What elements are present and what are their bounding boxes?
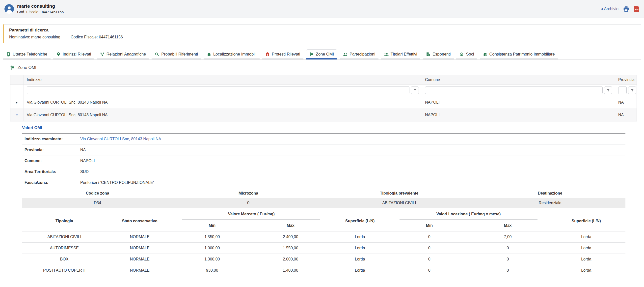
tab-indirizzi-rilevati[interactable]: Indirizzi Rilevati xyxy=(53,50,94,60)
back-arrow-icon: ◂ xyxy=(601,7,603,11)
export-pdf-button[interactable]: PDF xyxy=(634,6,640,12)
house-check-icon xyxy=(483,52,488,57)
valori-omi-detail: Valori OMI Indirizzo esaminato: Via Giov… xyxy=(22,125,626,276)
company-name: marte consulting xyxy=(17,4,64,9)
zone-summary-data-row: D34 0 ABITAZIONI CIVILI Residenziale xyxy=(22,198,626,208)
field-fascia-zona: Fascia/zona: Periferica / 'CENTRO POLIFU… xyxy=(22,177,626,188)
top-bar: marte consulting Cod. Fiscale: 044714611… xyxy=(0,0,644,18)
building-user-icon xyxy=(426,52,430,57)
company-avatar-icon xyxy=(4,4,14,14)
field-comune: Comune: NAPOLI xyxy=(22,155,626,166)
network-icon xyxy=(100,52,104,57)
grid-row-2: ▾ Via Giovanni CURTOLI Snc, 80143 Napoli… xyxy=(10,109,636,121)
flag-icon xyxy=(10,65,15,70)
tab-protesti-rilevati[interactable]: Protesti Rilevati xyxy=(262,50,304,60)
values-row-box: BOX NORMALE 1.300,00 2.000,00 Lorda 0 0 … xyxy=(22,254,626,265)
cell-comune: NAPOLI xyxy=(422,109,615,121)
filter-menu-button-indirizzo[interactable] xyxy=(411,86,419,94)
filter-input-provincia[interactable] xyxy=(618,86,627,94)
search-parameters-box: Parametri di ricerca Nominativo: marte c… xyxy=(3,24,641,43)
search-icon xyxy=(155,52,159,57)
cell-provincia: NA xyxy=(615,96,636,109)
valori-omi-title: Valori OMI xyxy=(22,125,626,130)
zone-summary-table: Codice zona Microzona Tipologia prevalen… xyxy=(22,188,626,208)
values-header-row: Tipologia Stato conservativo Valore Merc… xyxy=(22,209,626,221)
grid-filter-row xyxy=(10,85,636,96)
group-header-valori-locazione: Valori Locazione ( Eur/mq x mese) xyxy=(400,212,538,220)
values-row-posti-auto-coperti: POSTI AUTO COPERTI NORMALE 930,00 1.400,… xyxy=(22,265,626,276)
expand-row-button[interactable]: ▸ xyxy=(16,101,18,104)
column-header-provincia[interactable]: Provincia xyxy=(615,75,636,84)
filter-input-comune[interactable] xyxy=(425,86,603,94)
tab-zone-omi[interactable]: Zone OMI xyxy=(306,49,337,60)
column-header-indirizzo[interactable]: Indirizzo xyxy=(24,75,422,84)
cell-provincia: NA xyxy=(615,109,636,121)
collapse-row-button[interactable]: ▾ xyxy=(16,113,18,117)
house-icon xyxy=(207,52,211,57)
filter-menu-button-provincia[interactable] xyxy=(628,86,636,94)
tab-utenze-telefoniche[interactable]: Utenze Telefoniche xyxy=(3,50,50,60)
tab-bar: Utenze Telefoniche Indirizzi Rilevati Re… xyxy=(3,49,641,60)
tab-consistenza-patrimonio[interactable]: Consistenza Patrimonio Immobiliare xyxy=(480,50,558,60)
valori-omi-fields: Indirizzo esaminato: Via Giovanni CURTOL… xyxy=(22,133,626,188)
filter-menu-button-comune[interactable] xyxy=(604,86,612,94)
indirizzo-esaminato-link[interactable]: Via Giovanni CURTOLI Snc, 80143 Napoli N… xyxy=(80,137,161,141)
users-icon xyxy=(343,52,348,57)
section-title: Zone OMI xyxy=(10,65,637,70)
zone-omi-panel: Zone OMI Indirizzo Comune Provincia xyxy=(3,60,641,282)
field-indirizzo-esaminato: Indirizzo esaminato: Via Giovanni CURTOL… xyxy=(22,134,626,144)
tab-localizzazione-immobili[interactable]: Localizzazione Immobili xyxy=(204,50,260,60)
archivio-link[interactable]: ◂ Archivio xyxy=(601,7,618,11)
expander-column-header xyxy=(10,75,24,84)
cell-indirizzo: Via Giovanni CURTOLI Snc, 80143 Napoli N… xyxy=(24,109,422,121)
search-parameters-title: Parametri di ricerca xyxy=(9,28,636,33)
clipboard-alert-icon xyxy=(265,52,270,57)
column-header-comune[interactable]: Comune xyxy=(422,75,615,84)
tab-relazioni-anagrafiche[interactable]: Relazioni Anagrafiche xyxy=(97,50,149,60)
values-row-autorimesse: AUTORIMESSE NORMALE 1.000,00 1.550,00 Lo… xyxy=(22,243,626,254)
field-area-territoriale: Area Territoriale: SUD xyxy=(22,166,626,177)
omi-values-table: Tipologia Stato conservativo Valore Merc… xyxy=(22,209,626,276)
phone-icon xyxy=(6,52,11,57)
house-users-icon xyxy=(460,52,464,57)
tab-probabili-riferimenti[interactable]: Probabili Riferimenti xyxy=(152,50,201,60)
flag-icon xyxy=(309,52,314,57)
group-header-valore-mercato: Valore Mercato ( Eur/mq) xyxy=(182,212,320,220)
field-provincia: Provincia: NA xyxy=(22,144,626,155)
users-group-icon xyxy=(384,52,389,57)
zone-summary-header-row: Codice zona Microzona Tipologia prevalen… xyxy=(22,188,626,198)
tab-partecipazioni[interactable]: Partecipazioni xyxy=(340,50,378,60)
svg-text:PDF: PDF xyxy=(635,9,638,11)
cell-comune: NAPOLI xyxy=(422,96,615,109)
printer-icon xyxy=(623,6,630,12)
search-param-nominativo: Nominativo: marte consulting xyxy=(9,35,60,39)
grid-row-1: ▸ Via Giovanni CURTOLI Snc, 80143 Napoli… xyxy=(10,96,636,109)
funnel-icon xyxy=(630,89,634,92)
tab-esponenti[interactable]: Esponenti xyxy=(423,50,454,60)
pdf-icon: PDF xyxy=(634,6,640,12)
grid-header-row: Indirizzo Comune Provincia xyxy=(10,75,636,85)
funnel-icon xyxy=(606,89,610,92)
zone-omi-grid: Indirizzo Comune Provincia xyxy=(10,75,637,121)
tab-soci[interactable]: Soci xyxy=(456,50,477,60)
values-row-abitazioni-civili: ABITAZIONI CIVILI NORMALE 1.550,00 2.400… xyxy=(22,231,626,243)
filter-input-indirizzo[interactable] xyxy=(27,86,410,94)
funnel-icon xyxy=(414,89,416,92)
cell-indirizzo: Via Giovanni CURTOLI Snc, 80143 Napoli N… xyxy=(24,96,422,109)
tab-titolari-effettivi[interactable]: Titolari Effettivi xyxy=(381,50,420,60)
print-button[interactable] xyxy=(623,6,630,12)
search-param-codice-fiscale: Codice Fiscale: 04471461156 xyxy=(70,35,123,39)
map-pin-icon xyxy=(56,52,61,57)
fiscal-code: Cod. Fiscale: 04471461156 xyxy=(17,10,64,14)
